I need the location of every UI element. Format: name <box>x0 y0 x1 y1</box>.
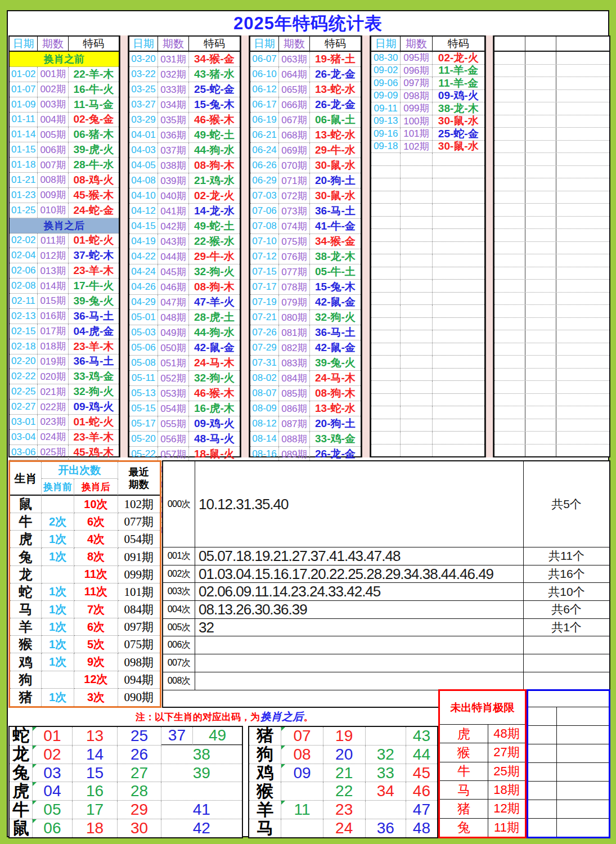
empty-row <box>494 128 609 141</box>
empty-cell <box>494 229 525 241</box>
stats-before-count-cell: 1次 <box>42 689 75 706</box>
blue-box-row <box>528 800 609 819</box>
code-cell: 36-马-土 <box>310 204 361 218</box>
stats-after-count-cell: 8次 <box>74 548 118 565</box>
note-text: 注：以下生肖的对应出码，为换肖之后。 <box>8 708 313 726</box>
map-number-cell: 26 <box>118 746 161 764</box>
results-group-rows: 08-30095期02-龙-火09-02096期11-羊-金09-06097期1… <box>371 52 484 456</box>
result-row: 04-01036期49-蛇-土 <box>129 128 240 143</box>
date-cell: 02-20 <box>10 354 38 369</box>
map-number-cell: 24 <box>323 819 366 837</box>
map-number-cell: 25 <box>118 727 161 745</box>
blue-box-cell <box>528 782 557 800</box>
period-cell: 068期 <box>279 128 310 142</box>
map-zodiac-cell: 猴 <box>249 782 281 800</box>
count-total-cell: 共5个 <box>524 461 609 547</box>
date-cell <box>371 394 401 406</box>
blue-box-row <box>528 819 609 837</box>
code-cell <box>433 343 484 356</box>
empty-cell <box>494 153 525 165</box>
result-row: 06-26070期30-鼠-水 <box>250 158 361 173</box>
code-cell: 23-羊-木 <box>69 430 119 445</box>
period-cell: 024期 <box>38 430 68 445</box>
result-row: 07-21080期32-狗-火 <box>250 310 361 325</box>
stats-after-count-cell: 7次 <box>74 601 118 618</box>
stats-header-after: 换肖后 <box>74 479 118 496</box>
date-cell: 01-07 <box>10 82 38 97</box>
date-cell <box>371 254 401 267</box>
code-cell <box>433 178 484 191</box>
code-cell: 09-鸡-火 <box>189 416 240 431</box>
date-cell: 03-27 <box>129 97 158 112</box>
empty-row <box>494 191 609 204</box>
period-cell <box>401 166 432 178</box>
map-number-cell: 46 <box>406 782 437 800</box>
stats-before-count-cell: 1次 <box>42 601 75 618</box>
period-cell: 005期 <box>38 127 68 142</box>
period-cell <box>401 280 432 292</box>
stats-zodiac-cell: 虎 <box>10 531 42 548</box>
empty-cell <box>556 115 609 128</box>
date-cell <box>371 217 401 229</box>
period-cell: 004期 <box>38 113 68 127</box>
count-total-cell <box>524 636 609 654</box>
result-row: 01-11004期02-兔-金 <box>10 113 119 128</box>
count-numbers-cell: 01.03.04.15.16.17.20.22.25.28.29.34.38.4… <box>195 565 524 583</box>
count-numbers-cell <box>195 672 524 690</box>
code-cell: 36-马-土 <box>69 354 119 369</box>
result-row <box>371 406 484 419</box>
map-number-cell-merged: 38 <box>161 746 242 764</box>
code-cell <box>433 356 484 368</box>
date-cell: 01-09 <box>10 97 38 112</box>
empty-cell <box>556 242 609 254</box>
result-row: 08-16089期26-龙-金 <box>250 447 361 462</box>
date-cell: 02-25 <box>10 384 38 399</box>
result-row: 05-01048期28-虎-土 <box>129 310 240 325</box>
map-number-cell: 01 <box>33 727 72 745</box>
result-row: 05-06050期42-鼠-金 <box>129 340 240 356</box>
code-cell: 18-鼠-火 <box>189 447 240 461</box>
map-number-cell: 34 <box>366 782 406 800</box>
period-cell: 074期 <box>279 219 310 234</box>
code-cell: 42-鼠-金 <box>189 340 240 355</box>
map-number-cell: 02 <box>33 746 72 764</box>
period-cell <box>401 318 432 330</box>
result-row: 03-06025期45-鸡-木 <box>10 445 119 460</box>
date-cell: 03-25 <box>129 82 158 97</box>
date-cell: 02-27 <box>10 399 38 414</box>
date-cell: 09-09 <box>371 90 401 102</box>
empty-cell <box>494 293 525 305</box>
map-number-cell: 36 <box>366 819 406 837</box>
map-number-cell: 47 <box>406 801 437 819</box>
date-cell: 02-06 <box>10 263 38 278</box>
code-cell: 26-龙-金 <box>310 97 361 112</box>
count-label-cell: 000次 <box>163 461 195 547</box>
result-row: 04-29047期47-羊-火 <box>129 295 240 310</box>
result-row: 07-15077期05-牛-土 <box>250 264 361 280</box>
code-cell <box>433 406 484 419</box>
frequency-table: 000次10.12.31.35.40共5个001次05.07.18.19.21.… <box>162 460 610 708</box>
period-cell: 045期 <box>158 264 189 279</box>
result-row: 02-15017期04-虎-金 <box>10 324 119 339</box>
period-cell: 072期 <box>279 188 310 203</box>
stats-zodiac-cell: 鸡 <box>10 653 42 671</box>
code-cell: 23-羊-木 <box>69 339 119 354</box>
note-suffix: 。 <box>304 711 313 724</box>
empty-row <box>494 229 609 242</box>
period-cell <box>401 369 432 381</box>
code-cell: 02-龙-火 <box>189 188 240 203</box>
empty-cell <box>556 128 609 140</box>
code-cell: 29-牛-水 <box>310 143 361 158</box>
stats-zodiac-cell: 兔 <box>10 548 42 565</box>
date-cell: 04-08 <box>129 173 158 188</box>
date-cell <box>371 356 401 368</box>
map-number-cell: 27 <box>118 764 161 782</box>
empty-row <box>494 65 609 78</box>
code-cell <box>433 381 484 393</box>
empty-row <box>494 381 609 394</box>
code-cell: 26-龙-金 <box>310 447 361 461</box>
empty-row <box>494 330 609 343</box>
empty-cell <box>525 217 556 229</box>
code-cell: 24-马-木 <box>310 371 361 385</box>
date-cell: 02-15 <box>10 324 38 339</box>
